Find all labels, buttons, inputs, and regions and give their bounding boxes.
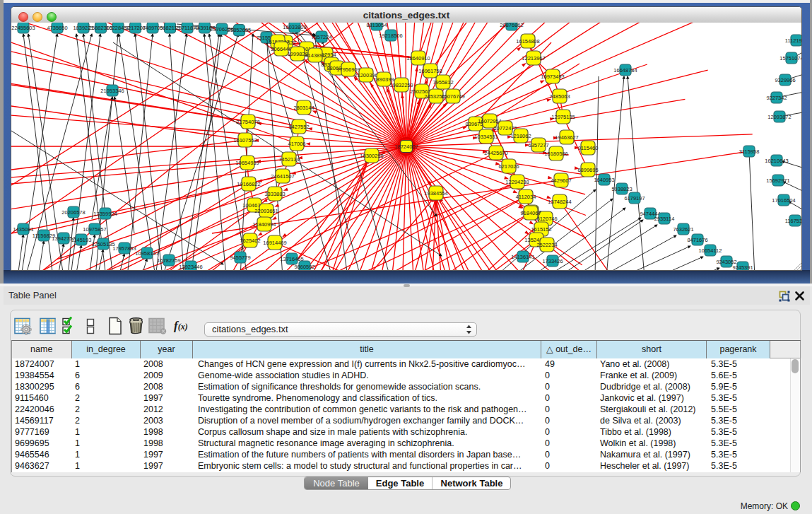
svg-text:9455779: 9455779 xyxy=(230,255,250,261)
svg-text:15076749: 15076749 xyxy=(441,93,464,100)
svg-text:3115958: 3115958 xyxy=(739,148,760,155)
svg-text:17957853: 17957853 xyxy=(112,245,136,252)
svg-text:6217026: 6217026 xyxy=(498,163,519,170)
svg-text:22455603: 22455603 xyxy=(11,25,35,31)
svg-text:2803144: 2803144 xyxy=(293,105,314,111)
svg-text:6357277: 6357277 xyxy=(528,142,548,148)
svg-text:18640910: 18640910 xyxy=(406,55,430,62)
svg-text:4735650: 4735650 xyxy=(47,25,67,31)
svg-text:12294238: 12294238 xyxy=(505,179,529,185)
svg-text:19166822: 19166822 xyxy=(237,181,260,187)
svg-text:4143890: 4143890 xyxy=(305,52,325,59)
svg-text:22093651: 22093651 xyxy=(254,208,278,214)
svg-text:3333883: 3333883 xyxy=(264,191,285,197)
svg-text:8813054: 8813054 xyxy=(366,23,387,28)
svg-text:8471676: 8471676 xyxy=(687,237,707,243)
svg-text:1145193: 1145193 xyxy=(71,237,92,243)
svg-text:19832259: 19832259 xyxy=(389,82,413,88)
svg-text:21053346: 21053346 xyxy=(100,88,124,94)
svg-text:20206578: 20206578 xyxy=(61,209,85,216)
svg-text:9115460: 9115460 xyxy=(578,145,599,151)
svg-text:20876862: 20876862 xyxy=(500,23,523,28)
svg-text:7357224: 7357224 xyxy=(311,34,331,40)
svg-text:16210643: 16210643 xyxy=(765,158,788,164)
svg-text:1640953: 1640953 xyxy=(594,177,614,183)
svg-text:19463627: 19463627 xyxy=(555,134,578,141)
svg-text:10334531: 10334531 xyxy=(474,134,498,140)
svg-text:12505135: 12505135 xyxy=(91,241,114,247)
svg-text:1615152: 1615152 xyxy=(531,226,551,233)
svg-text:5938823: 5938823 xyxy=(611,186,632,192)
svg-text:10958147: 10958147 xyxy=(135,250,158,257)
svg-text:6179197: 6179197 xyxy=(624,195,645,201)
svg-text:16914469: 16914469 xyxy=(263,240,286,246)
svg-text:9245391: 9245391 xyxy=(732,264,753,270)
svg-text:16782759: 16782759 xyxy=(157,257,180,264)
svg-text:13748244: 13748244 xyxy=(548,199,571,205)
svg-text:9184067: 9184067 xyxy=(520,210,541,216)
svg-text:18724007: 18724007 xyxy=(394,144,418,150)
svg-text:12093872: 12093872 xyxy=(767,114,791,120)
svg-text:10654112: 10654112 xyxy=(699,247,722,254)
svg-text:12923446: 12923446 xyxy=(179,264,202,270)
svg-text:16648784: 16648784 xyxy=(613,67,637,74)
svg-text:11121945: 11121945 xyxy=(785,37,801,44)
svg-text:4429607: 4429607 xyxy=(551,177,571,184)
svg-text:24425670: 24425670 xyxy=(484,150,507,156)
svg-text:16107552: 16107552 xyxy=(233,137,257,144)
svg-text:4112034: 4112034 xyxy=(516,194,536,200)
svg-text:17359924: 17359924 xyxy=(93,211,117,217)
svg-text:19654939: 19654939 xyxy=(235,160,259,166)
svg-text:11840994: 11840994 xyxy=(253,221,276,228)
svg-text:7625402: 7625402 xyxy=(240,238,260,244)
svg-text:19218506: 19218506 xyxy=(379,33,402,39)
svg-text:9860592: 9860592 xyxy=(294,264,314,270)
svg-text:2522234: 2522234 xyxy=(536,242,557,248)
svg-text:12975135: 12975135 xyxy=(551,114,575,120)
svg-text:14136141: 14136141 xyxy=(511,254,534,260)
svg-text:21754078: 21754078 xyxy=(236,119,259,125)
svg-text:6899695: 6899695 xyxy=(577,167,598,173)
svg-text:16033809: 16033809 xyxy=(283,24,306,30)
svg-text:17016504: 17016504 xyxy=(772,197,795,204)
svg-text:10975857: 10975857 xyxy=(83,226,106,233)
svg-text:24641507: 24641507 xyxy=(271,173,294,180)
svg-text:2935114: 2935114 xyxy=(654,216,675,222)
svg-text:7632621: 7632621 xyxy=(673,226,693,233)
svg-text:1435081: 1435081 xyxy=(13,226,33,233)
svg-text:19384554: 19384554 xyxy=(424,190,447,197)
svg-text:1218062: 1218062 xyxy=(510,133,531,139)
svg-text:1733426: 1733426 xyxy=(542,258,563,264)
svg-text:9227342: 9227342 xyxy=(766,95,787,101)
svg-text:10973493: 10973493 xyxy=(541,74,564,80)
svg-text:15692971: 15692971 xyxy=(766,177,789,184)
svg-text:18300295: 18300295 xyxy=(360,153,383,159)
svg-text:16961758: 16961758 xyxy=(418,68,442,74)
svg-text:12213967: 12213967 xyxy=(522,55,545,62)
svg-text:20772475: 20772475 xyxy=(493,125,517,132)
svg-text:25852685: 25852685 xyxy=(228,27,251,33)
svg-text:9329966: 9329966 xyxy=(775,77,795,83)
svg-text:7955812: 7955812 xyxy=(433,79,453,86)
svg-text:7452134: 7452134 xyxy=(278,156,299,163)
svg-text:15751074: 15751074 xyxy=(779,55,801,62)
svg-text:16154808: 16154808 xyxy=(516,38,539,45)
svg-text:9427552: 9427552 xyxy=(288,124,309,130)
svg-text:417006: 417006 xyxy=(288,141,305,147)
svg-text:7485063: 7485063 xyxy=(549,93,570,100)
svg-text:1167533: 1167533 xyxy=(785,218,801,224)
svg-text:15180586: 15180586 xyxy=(544,151,567,157)
